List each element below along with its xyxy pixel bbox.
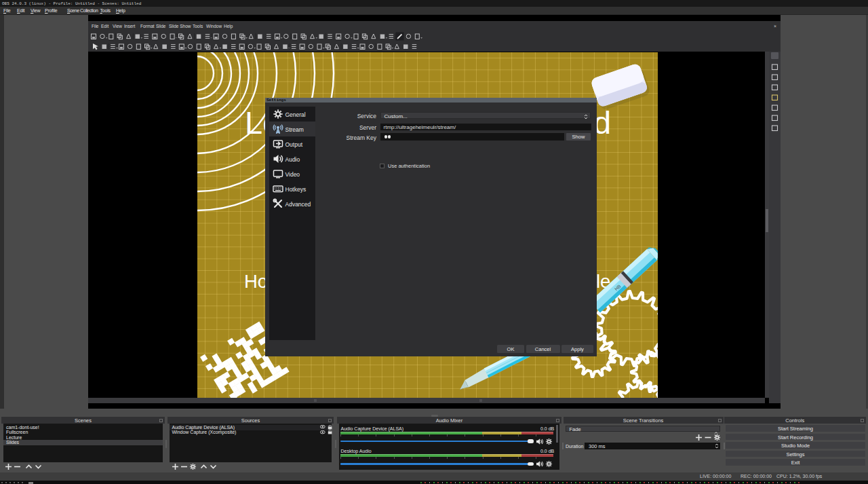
- svg-text:A: A: [276, 129, 280, 134]
- svg-text:Ho: Ho: [244, 271, 268, 292]
